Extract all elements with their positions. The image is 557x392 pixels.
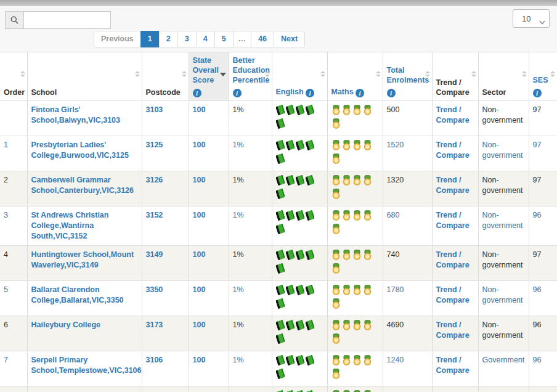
column-header-state-overall-score[interactable]: State Overall Scorei (189, 52, 229, 101)
cell-trend-compare: Trend / Compare (432, 206, 478, 246)
postcode-link[interactable]: 3106 (146, 356, 163, 364)
column-header-maths[interactable]: Maths i (327, 52, 383, 101)
trend-compare-link[interactable]: Trend / Compare (436, 176, 470, 195)
cell-order: 1 (0, 136, 27, 171)
state-overall-score-link[interactable]: 100 (193, 321, 206, 329)
column-header-ses[interactable]: SESi (529, 52, 557, 101)
cell-state-overall-score: 100 (189, 386, 229, 392)
info-circle-icon[interactable]: i (306, 89, 314, 97)
info-circle-icon[interactable]: i (533, 89, 542, 97)
column-header-label: School (31, 88, 57, 97)
column-header-school[interactable]: School (27, 52, 142, 101)
cell-maths-rating (327, 351, 383, 386)
cell-ses: 96 (529, 351, 557, 386)
page-button-2[interactable]: 2 (159, 31, 178, 47)
trend-compare-link[interactable]: Trend / Compare (436, 105, 470, 125)
green-book-icon (286, 285, 295, 298)
column-header-label: English (276, 88, 304, 96)
postcode-link[interactable]: 3126 (146, 176, 163, 184)
trend-compare-link[interactable]: Trend / Compare (436, 321, 470, 340)
cell-better-education-percentile: 1% (229, 206, 272, 246)
column-header-sector[interactable]: Sector (478, 52, 529, 101)
postcode-link[interactable]: 3152 (146, 211, 163, 219)
postcode-link[interactable]: 3103 (146, 105, 163, 114)
postcode-link[interactable]: 3173 (146, 321, 163, 329)
page-button-next[interactable]: Next (274, 31, 305, 47)
table-row: 4Huntingtower School,Mount Waverley,VIC,… (0, 246, 557, 281)
column-header-order[interactable]: Order (0, 52, 27, 101)
postcode-link[interactable]: 3350 (146, 285, 163, 294)
info-circle-icon[interactable]: i (193, 89, 201, 97)
green-book-icon (276, 140, 285, 153)
cell-total-enrolments: 1240 (383, 351, 432, 386)
column-header-total-enrolments[interactable]: Total Enrolmentsi (383, 52, 432, 101)
school-link[interactable]: Ballarat Clarendon College,Ballarat,VIC,… (31, 285, 124, 304)
page-button--: … (233, 31, 252, 47)
info-circle-icon[interactable]: i (356, 89, 364, 97)
pagination: Previous12345…46Next (94, 31, 305, 47)
cell-sector: Non-government (478, 206, 529, 246)
trend-compare-link[interactable]: Trend / Compare (436, 250, 470, 269)
school-link[interactable]: Serpell Primary School,Templestowe,VIC,3… (31, 356, 142, 375)
trend-compare-link[interactable]: Trend / Compare (436, 211, 470, 230)
cell-english-rating (272, 316, 327, 351)
table-row: 1Presbyterian Ladies' College,Burwood,VI… (0, 136, 557, 171)
state-overall-score-link[interactable]: 100 (193, 211, 206, 219)
school-link[interactable]: St Andrews Christian College,Wantirna So… (31, 211, 109, 240)
trend-compare-link[interactable]: Trend / Compare (436, 285, 470, 304)
page-button-46[interactable]: 46 (251, 31, 274, 47)
cell-trend-compare: Trend / Compare (432, 316, 478, 351)
state-overall-score-link[interactable]: 100 (193, 250, 206, 259)
cell-sector: Non-government (478, 136, 529, 171)
cell-better-education-percentile: 1% (229, 281, 272, 316)
cell-postcode: 3149 (142, 246, 189, 281)
column-header-label: Trend / Compare (436, 78, 470, 97)
page-button-4[interactable]: 4 (196, 31, 215, 47)
postcode-link[interactable]: 3125 (146, 141, 163, 149)
cell-english-rating (272, 281, 327, 316)
state-overall-score-link[interactable]: 100 (193, 356, 206, 364)
page-button-3[interactable]: 3 (177, 31, 197, 47)
trend-compare-link[interactable]: Trend / Compare (436, 356, 470, 375)
green-book-icon (286, 320, 295, 333)
cell-state-overall-score: 100 (189, 316, 229, 351)
info-circle-icon[interactable]: i (387, 89, 396, 97)
cell-school: Camberwell Grammar School,Canterbury,VIC… (27, 171, 142, 206)
medal-icon (331, 105, 341, 118)
school-link[interactable]: Huntingtower School,Mount Waverley,VIC,3… (31, 250, 134, 269)
cell-ses: 96 (529, 386, 557, 392)
cell-school: Serpell Primary School,Templestowe,VIC,3… (27, 351, 142, 386)
page-button-1[interactable]: 1 (140, 31, 160, 47)
column-header-trend-compare[interactable]: Trend / Compare (432, 52, 478, 101)
state-overall-score-link[interactable]: 100 (193, 141, 206, 149)
cell-state-overall-score: 100 (189, 206, 229, 246)
page-size-select[interactable]: 10 (513, 9, 550, 28)
green-book-icon (306, 320, 314, 333)
info-circle-icon[interactable]: i (233, 89, 242, 97)
school-link[interactable]: Camberwell Grammar School,Canterbury,VIC… (31, 176, 134, 195)
toolbar: 10 Previous12345…46Next (0, 6, 557, 52)
column-header-english[interactable]: English i (272, 52, 327, 101)
column-header-label: SES (533, 76, 548, 84)
medal-icon (363, 250, 372, 263)
school-link[interactable]: Haileybury College (31, 321, 101, 329)
state-overall-score-link[interactable]: 100 (193, 105, 206, 114)
column-header-postcode[interactable]: Postcode (142, 52, 189, 101)
cell-english-rating (272, 206, 327, 246)
search-input[interactable] (23, 11, 111, 29)
page-button-5[interactable]: 5 (214, 31, 234, 47)
state-overall-score-link[interactable]: 100 (193, 285, 206, 294)
school-link[interactable]: Fintona Girls' School,Balwyn,VIC,3103 (31, 105, 121, 125)
green-book-icon (276, 175, 285, 189)
cell-total-enrolments: 1320 (383, 171, 432, 206)
postcode-link[interactable]: 3149 (146, 250, 163, 259)
column-header-label: Total Enrolments (387, 66, 429, 84)
state-overall-score-link[interactable]: 100 (193, 176, 206, 184)
medal-icon (342, 355, 351, 369)
green-book-icon (276, 210, 285, 224)
green-book-icon (276, 250, 285, 263)
medal-icon (352, 250, 362, 263)
trend-compare-link[interactable]: Trend / Compare (436, 141, 470, 160)
school-link[interactable]: Presbyterian Ladies' College,Burwood,VIC… (31, 141, 129, 160)
column-header-better-education-percentile[interactable]: Better Education Percentilei (229, 52, 272, 101)
